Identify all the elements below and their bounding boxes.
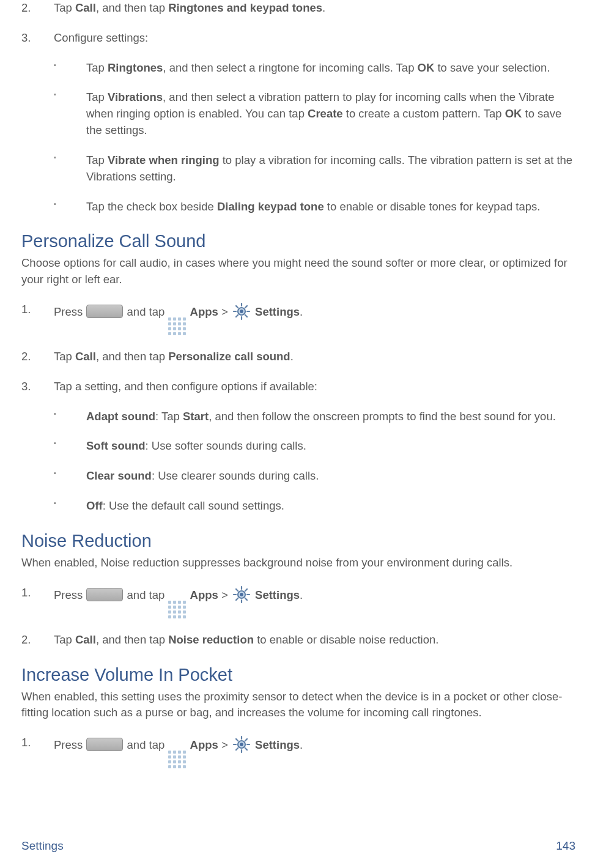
svg-point-5 — [240, 743, 243, 746]
svg-point-3 — [240, 593, 243, 596]
settings-icon — [232, 735, 251, 754]
personalize-steps: Press and tap Apps > Settings. Tap Call,… — [21, 302, 575, 514]
page-footer: Settings 143 — [21, 837, 575, 855]
home-button-icon — [86, 738, 123, 751]
pocket-steps: Press and tap Apps > Settings. — [21, 735, 575, 768]
step-1: Press and tap Apps > Settings. — [21, 735, 575, 768]
text: , and then tap — [96, 1, 168, 14]
text: Tap — [54, 1, 75, 14]
bullet: Tap Vibrations, and then select a vibrat… — [54, 89, 575, 138]
svg-point-1 — [240, 310, 243, 313]
apps-icon — [168, 751, 186, 768]
intro-pocket: When enabled, this setting uses the prox… — [21, 689, 575, 722]
home-button-icon — [86, 588, 123, 601]
bullet: Tap Ringtones, and then select a rington… — [54, 60, 575, 76]
bold: Ringtones and keypad tones — [168, 1, 322, 14]
apps-icon — [168, 601, 186, 618]
section-personalize: Personalize Call Sound Choose options fo… — [21, 228, 575, 514]
home-button-icon — [86, 305, 123, 318]
heading-pocket: Increase Volume In Pocket — [21, 662, 575, 688]
personalize-bullets: Adapt sound: Tap Start, and then follow … — [54, 409, 575, 514]
bullet: Clear sound: Use clearer sounds during c… — [54, 468, 575, 484]
settings-icon — [232, 302, 251, 321]
noise-steps: Press and tap Apps > Settings. Tap Call,… — [21, 585, 575, 648]
footer-section: Settings — [21, 837, 64, 855]
bold: Call — [75, 1, 96, 14]
step-3-bullets: Tap Ringtones, and then select a rington… — [54, 60, 575, 215]
section-pocket: Increase Volume In Pocket When enabled, … — [21, 662, 575, 769]
step-3: Configure settings: Tap Ringtones, and t… — [21, 30, 575, 215]
text: . — [322, 1, 325, 14]
bullet: Off: Use the default call sound settings… — [54, 498, 575, 514]
step-2: Tap Call, and then tap Personalize call … — [21, 349, 575, 365]
step-1: Press and tap Apps > Settings. — [21, 585, 575, 618]
text: Configure settings: — [54, 31, 148, 44]
heading-noise: Noise Reduction — [21, 528, 575, 554]
step-1: Press and tap Apps > Settings. — [21, 302, 575, 335]
apps-icon — [168, 317, 186, 335]
footer-page-number: 143 — [556, 837, 575, 855]
intro-noise: When enabled, Noise reduction suppresses… — [21, 555, 575, 571]
bullet: Adapt sound: Tap Start, and then follow … — [54, 409, 575, 425]
intro-personalize: Choose options for call audio, in cases … — [21, 255, 575, 288]
section-noise: Noise Reduction When enabled, Noise redu… — [21, 528, 575, 648]
step-3: Tap a setting, and then configure option… — [21, 379, 575, 514]
heading-personalize: Personalize Call Sound — [21, 228, 575, 254]
bullet: Tap Vibrate when ringing to play a vibra… — [54, 152, 575, 185]
step-2: Tap Call, and then tap Noise reduction t… — [21, 632, 575, 648]
bullet: Tap the check box beside Dialing keypad … — [54, 199, 575, 215]
settings-icon — [232, 585, 251, 604]
bullet: Soft sound: Use softer sounds during cal… — [54, 438, 575, 454]
top-steps: Tap Call, and then tap Ringtones and key… — [21, 0, 575, 215]
step-2: Tap Call, and then tap Ringtones and key… — [21, 0, 575, 17]
